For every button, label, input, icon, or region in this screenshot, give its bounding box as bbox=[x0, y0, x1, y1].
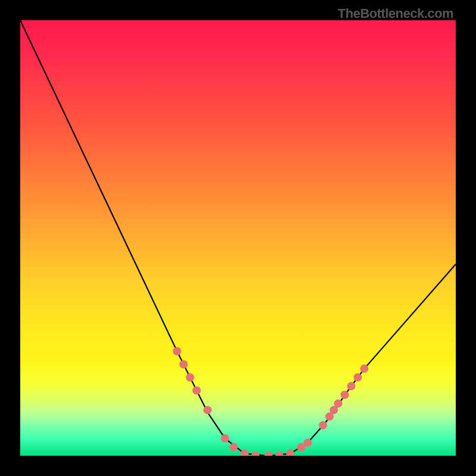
data-marker bbox=[173, 347, 181, 355]
data-marker bbox=[360, 365, 368, 373]
plot-area bbox=[20, 20, 456, 456]
data-marker bbox=[340, 391, 349, 399]
data-marker bbox=[275, 452, 284, 456]
chart-svg bbox=[20, 20, 456, 456]
data-marker bbox=[230, 443, 238, 451]
data-marker bbox=[319, 421, 327, 430]
data-marker bbox=[353, 373, 362, 381]
watermark-text: TheBottleneck.com bbox=[338, 6, 453, 21]
curve-line bbox=[20, 20, 456, 456]
data-marker bbox=[303, 439, 312, 447]
data-marker bbox=[286, 449, 295, 456]
data-marker bbox=[264, 452, 273, 456]
data-marker bbox=[186, 373, 194, 381]
data-marker bbox=[180, 360, 188, 368]
data-marker bbox=[221, 434, 229, 443]
data-marker bbox=[203, 406, 212, 414]
data-marker bbox=[347, 382, 355, 390]
data-marker bbox=[240, 449, 249, 456]
data-marker bbox=[334, 399, 342, 408]
data-marker bbox=[192, 386, 201, 394]
data-marker bbox=[251, 452, 259, 456]
chart-container: TheBottleneck.com bbox=[0, 0, 476, 476]
